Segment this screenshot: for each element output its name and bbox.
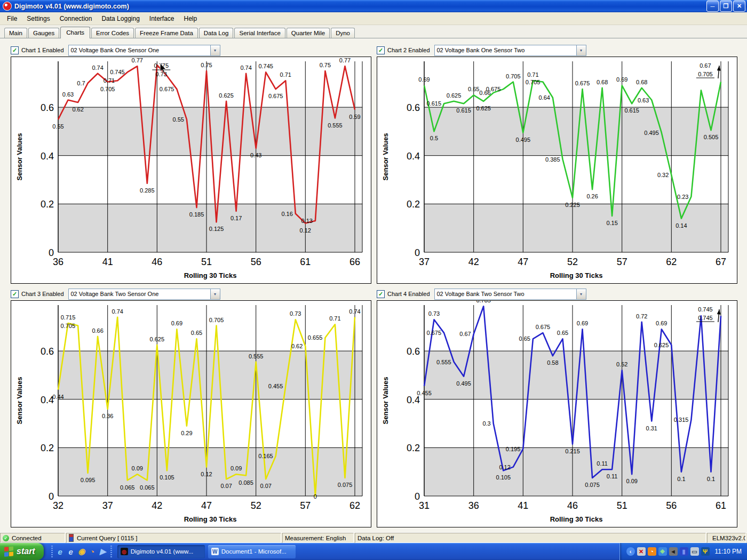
svg-text:0.285: 0.285	[140, 187, 155, 194]
status-segment-4: Data Log: Off	[355, 533, 706, 543]
taskbar-window-2[interactable]: WDocument1 - Microsof...	[208, 545, 296, 558]
battery-icon[interactable]: ▮	[680, 547, 688, 556]
tab-error-codes[interactable]: Error Codes	[91, 28, 134, 38]
chart-2-enabled-checkbox[interactable]	[377, 46, 385, 54]
svg-text:0.58: 0.58	[547, 359, 558, 366]
menu-item-interface[interactable]: Interface	[145, 13, 179, 24]
chart-3-enabled-label: Chart 3 Enabled	[21, 291, 64, 297]
svg-text:0.745: 0.745	[110, 69, 125, 75]
status-text: Measurement: English	[285, 535, 346, 541]
svg-text:0.26: 0.26	[586, 193, 598, 199]
chart-2-enabled-label: Chart 2 Enabled	[387, 47, 430, 53]
svg-text:0.3: 0.3	[482, 420, 490, 427]
charts-page: Chart 1 Enabled02 Voltage Bank One Senso…	[0, 38, 747, 532]
chevron-down-icon[interactable]	[210, 289, 220, 299]
svg-text:Rolling 30 Ticks: Rolling 30 Ticks	[184, 271, 237, 279]
network-disabled-icon[interactable]: ✕	[637, 547, 646, 556]
svg-text:0.065: 0.065	[140, 484, 155, 491]
volume-icon[interactable]: ◄	[669, 547, 678, 556]
svg-text:0: 0	[314, 493, 317, 500]
browser-icon[interactable]: e	[66, 546, 76, 557]
svg-text:0.12: 0.12	[201, 471, 212, 477]
chart-3-controls: Chart 3 Enabled02 Voltage Bank Two Senso…	[11, 289, 374, 299]
minimize-button[interactable]: ─	[706, 1, 719, 12]
chart-4-sensor-dropdown[interactable]: 02 Voltage Bank Two Sensor Two	[434, 289, 586, 300]
svg-text:0.4: 0.4	[41, 395, 54, 405]
tab-main[interactable]: Main	[4, 28, 27, 38]
taskbar-window-1[interactable]: ◎Digimoto v4.01 (www...	[117, 545, 205, 558]
menu-item-data-logging[interactable]: Data Logging	[97, 13, 144, 24]
svg-text:0.675: 0.675	[486, 86, 501, 92]
svg-text:0.495: 0.495	[516, 137, 531, 143]
svg-text:0.555: 0.555	[249, 353, 264, 359]
chart-2-sensor-dropdown[interactable]: 02 Voltage Bank One Sensor Two	[434, 45, 586, 56]
tab-gauges[interactable]: Gauges	[28, 28, 59, 38]
svg-text:0.43: 0.43	[250, 152, 261, 158]
svg-text:0.315: 0.315	[674, 417, 689, 423]
svg-text:46: 46	[567, 500, 578, 511]
tab-dyno[interactable]: Dyno	[331, 28, 355, 38]
svg-text:0.36: 0.36	[102, 413, 113, 419]
svg-text:51: 51	[201, 257, 212, 267]
svg-text:0.085: 0.085	[239, 479, 253, 486]
chevron-down-icon[interactable]	[576, 289, 586, 299]
menu-item-connection[interactable]: Connection	[55, 13, 97, 24]
start-button[interactable]: start	[0, 543, 44, 560]
chart-4-enabled-checkbox[interactable]	[377, 290, 385, 298]
menu-item-help[interactable]: Help	[179, 13, 202, 24]
svg-text:0.73: 0.73	[290, 310, 301, 317]
svg-text:52: 52	[567, 257, 578, 267]
internet-explorer-icon[interactable]: e	[55, 546, 66, 557]
svg-text:57: 57	[300, 500, 311, 511]
svg-text:0: 0	[415, 247, 420, 258]
chart-3-o2-bank2-sensor1: 0.440.7150.7050.0950.660.360.740.0650.09…	[11, 300, 371, 527]
svg-text:0.075: 0.075	[585, 482, 600, 488]
svg-text:0.29: 0.29	[181, 430, 192, 436]
chart-1-enabled-checkbox[interactable]	[11, 46, 19, 54]
menu-item-file[interactable]: File	[2, 13, 22, 24]
chart-3-enabled-checkbox[interactable]	[11, 290, 19, 298]
status-text: Connected	[12, 535, 42, 541]
wireless-icon[interactable]: Ψ	[701, 547, 710, 556]
svg-text:41: 41	[102, 257, 113, 267]
svg-text:0.55: 0.55	[172, 116, 184, 123]
tab-serial-interface[interactable]: Serial Interface	[234, 28, 285, 38]
messenger-icon[interactable]: ❖	[658, 547, 667, 556]
media-player-icon[interactable]: ▶	[98, 546, 108, 557]
svg-text:0: 0	[415, 491, 420, 502]
svg-text:0.1: 0.1	[677, 476, 685, 482]
menu-item-settings[interactable]: Settings	[22, 13, 54, 24]
svg-text:0.615: 0.615	[624, 107, 639, 114]
currency-icon[interactable]: ◉	[76, 546, 87, 557]
svg-text:0.68: 0.68	[636, 79, 647, 85]
maximize-button[interactable]: ❐	[720, 1, 732, 12]
tab-charts[interactable]: Charts	[60, 27, 90, 38]
chart-4-sensor-value: 02 Voltage Bank Two Sensor Two	[435, 289, 576, 299]
scheduler-icon[interactable]: ◔	[87, 546, 98, 557]
collapse-chevron-icon[interactable]: ‹	[626, 547, 635, 556]
alarm-clock-icon[interactable]: ◔	[648, 547, 656, 556]
tab-quarter-mile[interactable]: Quarter Mile	[287, 28, 330, 38]
status-segment-3: Measurement: English	[282, 533, 354, 543]
title-bar: Digimoto v4.01 (www.digimoto.com) ─ ❐ ✕	[0, 0, 747, 12]
tab-freeze-frame-data[interactable]: Freeze Frame Data	[135, 28, 198, 38]
close-button[interactable]: ✕	[733, 1, 745, 12]
chart-1-sensor-dropdown[interactable]: 02 Voltage Bank One Sensor One	[68, 45, 220, 56]
svg-text:0.17: 0.17	[231, 215, 242, 221]
status-segment-2: Current Query [ 0115 ]	[66, 533, 281, 543]
svg-text:0.69: 0.69	[171, 320, 182, 326]
svg-text:0.44: 0.44	[52, 394, 63, 400]
tab-data-log[interactable]: Data Log	[199, 28, 234, 38]
chevron-down-icon[interactable]	[576, 45, 586, 55]
svg-text:0.675: 0.675	[268, 93, 283, 99]
svg-text:Rolling 30 Ticks: Rolling 30 Ticks	[550, 271, 603, 279]
chart-2-controls: Chart 2 Enabled02 Voltage Bank One Senso…	[377, 45, 737, 55]
task-buttons: ◎Digimoto v4.01 (www...WDocument1 - Micr…	[114, 545, 296, 558]
chart-3-sensor-dropdown[interactable]: 02 Voltage Bank Two Sensor One	[68, 289, 220, 300]
chevron-down-icon[interactable]	[210, 45, 220, 55]
svg-text:0.4: 0.4	[407, 395, 420, 405]
device-name: ELM323v2.0	[712, 535, 746, 541]
svg-text:37: 37	[419, 257, 430, 267]
svg-text:0.09: 0.09	[231, 465, 242, 471]
display-icon[interactable]: ▭	[690, 547, 699, 556]
